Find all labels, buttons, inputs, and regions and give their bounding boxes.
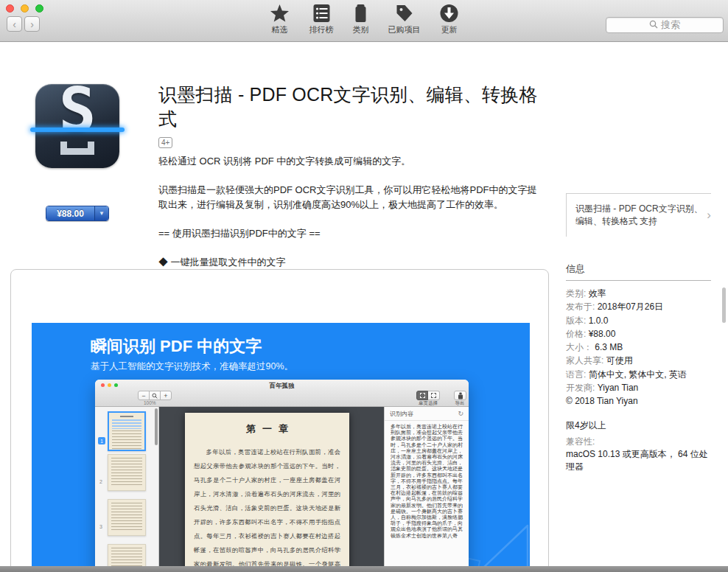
export-icon xyxy=(458,392,463,400)
back-icon: ‹ xyxy=(13,18,16,30)
tab-label: 更新 xyxy=(441,24,458,35)
forward-button[interactable]: › xyxy=(24,16,40,32)
tab-featured[interactable]: 精选 xyxy=(270,4,290,35)
screenshot-preview-card[interactable]: 瞬间识别 PDF 中的文字 基于人工智能的文字识别技术，准确率超过90%。 百年… xyxy=(10,269,549,572)
updates-download-icon xyxy=(440,4,459,23)
mock-zoom-control: − + xyxy=(138,391,172,400)
info-list: 类别: 效率 发布于: 2018年07月26日 版本: 1.0.0 价格: ¥8… xyxy=(566,287,711,408)
tab-purchased[interactable]: 已购项目 xyxy=(388,4,421,35)
search-placeholder: 搜索 xyxy=(661,18,680,32)
thumbnail-scrollbar xyxy=(155,408,158,445)
app-icon-bracket xyxy=(60,142,94,155)
zoom-out-button: − xyxy=(138,391,150,400)
thumbnail-page-3 xyxy=(108,499,146,536)
price-label: ¥88.00 xyxy=(46,206,94,220)
star-icon xyxy=(270,4,290,23)
ranking-list-icon xyxy=(312,4,331,23)
mock-window-body: 1 2 3 第一章 多年以后，奥雷连诺上校站在行刑队面前，准会想起父亲带他去参观… xyxy=(95,407,469,572)
price-dropdown[interactable]: ▼ xyxy=(94,206,108,220)
single-page-select-icon xyxy=(416,391,428,400)
close-button[interactable] xyxy=(6,4,14,13)
chevron-down-icon: ▼ xyxy=(99,210,105,217)
thumbnail-page-2 xyxy=(108,454,146,491)
chapter-title: 第一章 xyxy=(185,422,349,436)
export-label: 导出 xyxy=(450,400,469,407)
zoom-level-label: 100% xyxy=(144,400,156,405)
support-link-row[interactable]: 识墨扫描 - PDF OCR文字识别、编辑、转换格式 支持 › xyxy=(566,193,711,237)
app-icon: S xyxy=(35,84,119,168)
page-number-badge: 1 xyxy=(98,437,105,444)
info-row-released: 发布于: 2018年07月26日 xyxy=(566,300,711,313)
magnifier-icon xyxy=(149,391,161,400)
minimize-button[interactable] xyxy=(21,4,29,13)
mock-app-window: 百年孤独 − + 100% 单页选择 xyxy=(95,380,469,572)
info-row-copyright: © 2018 Tian Yiyan xyxy=(566,394,711,408)
mock-document-title: 百年孤独 xyxy=(95,382,469,391)
tab-label: 已购项目 xyxy=(388,24,421,35)
store-tabs: 精选 排行榜 类别 已购项目 xyxy=(270,4,459,35)
info-row-version: 版本: 1.0.0 xyxy=(566,314,711,327)
app-description: 识墨扫描是一款轻便强大的PDF OCR文字识别工具，你可以用它轻松地将PDF中的… xyxy=(158,183,539,212)
panel-header: 识别内容 ↻ xyxy=(385,407,469,421)
banner-title: 瞬间识别 PDF 中的文字 xyxy=(91,335,262,358)
info-row-languages: 语言: 简体中文, 繁体中文, 英语 xyxy=(566,368,711,381)
recognized-text: 多年以后，奥雷连诺上校站在行刑队面前，准会想起父亲带他去参观冰块的那个遥远的下午… xyxy=(385,421,469,542)
area-select-icon xyxy=(428,391,440,400)
window-scrollbar[interactable] xyxy=(722,287,726,323)
export-button-mock xyxy=(454,391,466,400)
scan-line xyxy=(30,128,125,132)
refresh-icon: ↻ xyxy=(458,411,463,417)
banner-watermark xyxy=(463,512,530,572)
tab-label: 排行榜 xyxy=(309,24,334,35)
search-icon xyxy=(649,20,658,31)
single-page-label: 单页选择 xyxy=(410,400,446,407)
window-toolbar: ‹ › 精选 排行榜 类别 xyxy=(0,0,728,42)
mock-window-header: 百年孤独 − + 100% 单页选择 xyxy=(95,380,469,407)
panel-title: 识别内容 xyxy=(390,410,413,418)
pdf-viewer-area: 第一章 多年以后，奥雷连诺上校站在行刑队面前，准会想起父亲带他去参观冰块的那个遥… xyxy=(159,407,384,572)
app-tagline: 轻松通过 OCR 识别将 PDF 中的文字转换成可编辑的文字。 xyxy=(158,155,539,168)
page-number-label: 3 xyxy=(99,524,102,529)
info-row-category: 类别: 效率 xyxy=(566,287,711,300)
history-nav: ‹ › xyxy=(7,16,40,32)
pdf-page: 第一章 多年以后，奥雷连诺上校站在行刑队面前，准会想起父亲带他去参观冰块的那个遥… xyxy=(185,413,349,572)
info-row-family-sharing: 家人共享: 可使用 xyxy=(566,354,711,367)
app-store-window: ‹ › 精选 排行榜 类别 xyxy=(0,0,728,572)
recognized-text-panel: 识别内容 ↻ 多年以后，奥雷连诺上校站在行刑队面前，准会想起父亲带他去参观冰块的… xyxy=(384,407,469,572)
window-bottom-edge xyxy=(0,566,728,572)
age-rating-badge: 4+ xyxy=(158,137,172,148)
price-button[interactable]: ¥88.00 ▼ xyxy=(46,206,109,221)
forward-icon: › xyxy=(30,18,34,30)
age-rating-text: 限4岁以上 xyxy=(566,419,711,432)
zoom-in-button: + xyxy=(160,391,172,400)
page-title: 识墨扫描 - PDF OCR文字识别、编辑、转换格式 xyxy=(158,83,539,131)
thumbnail-page-1-selected xyxy=(108,411,146,451)
mock-selection-mode-control xyxy=(416,391,440,400)
compatibility-label: 兼容性: xyxy=(566,436,711,448)
tab-label: 精选 xyxy=(272,24,288,35)
tab-label: 类别 xyxy=(353,24,369,35)
zoom-button[interactable] xyxy=(35,4,43,13)
search-input[interactable]: 搜索 xyxy=(606,17,724,33)
purchased-tag-icon xyxy=(395,4,414,23)
chevron-right-icon: › xyxy=(707,208,711,223)
compatibility-text: macOS 10.13 或更高版本， 64 位处理器 xyxy=(566,448,711,473)
pdf-page-text: 多年以后，奥雷连诺上校站在行刑队面前，准会想起父亲带他去参观冰块的那个遥远的下午… xyxy=(194,445,340,572)
info-row-developer: 开发商: Yiyan Tian xyxy=(566,381,711,394)
back-button[interactable]: ‹ xyxy=(7,16,22,32)
banner-subtitle: 基于人工智能的文字识别技术，准确率超过90%。 xyxy=(91,360,293,373)
tab-categories[interactable]: 类别 xyxy=(353,4,369,35)
info-heading: 信息 xyxy=(566,262,711,281)
tab-updates[interactable]: 更新 xyxy=(440,4,459,35)
categories-icon xyxy=(354,4,368,23)
traffic-lights xyxy=(6,4,43,13)
page-thumbnail-strip: 1 2 3 xyxy=(95,407,159,572)
info-sidebar: 识墨扫描 - PDF OCR文字识别、编辑、转换格式 支持 › 信息 类别: 效… xyxy=(566,193,711,473)
tab-top-charts[interactable]: 排行榜 xyxy=(309,4,334,35)
info-row-size: 大小： 6.3 MB xyxy=(566,341,711,354)
app-details: 识墨扫描 - PDF OCR文字识别、编辑、转换格式 4+ 轻松通过 OCR 识… xyxy=(158,83,539,297)
description-section-heading: == 使用识墨扫描识别PDF中的文字 == xyxy=(158,227,539,240)
marketing-banner: 瞬间识别 PDF 中的文字 基于人工智能的文字识别技术，准确率超过90%。 百年… xyxy=(32,323,530,572)
feature-item: ◆ 一键批量提取文件中的文字 xyxy=(158,255,539,270)
info-row-price: 价格: ¥88.00 xyxy=(566,327,711,341)
